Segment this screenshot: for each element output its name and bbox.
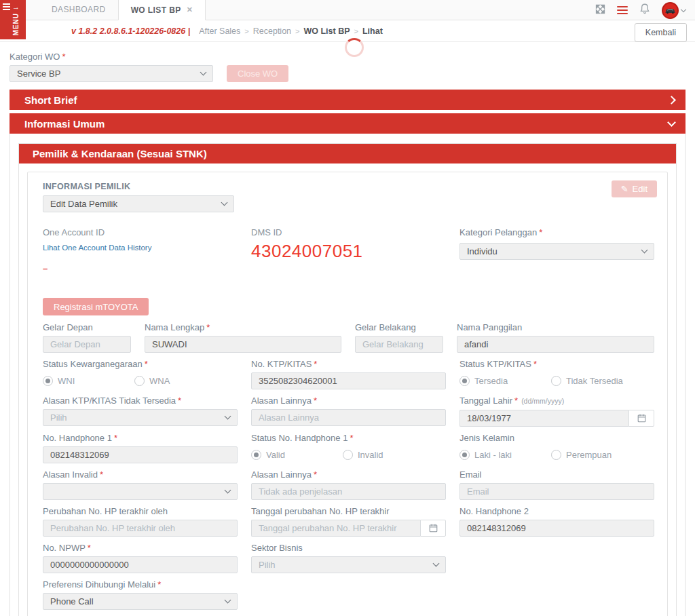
pemilik-kendaraan-section: Pemilik & Kendaraan (Sesuai STNK) INFORM… — [18, 143, 677, 616]
no-ktp-input[interactable] — [251, 372, 446, 389]
tanggal-perubahan-hp-input[interactable] — [251, 520, 420, 537]
field-no-handphone-2: No. Handphone 2 — [459, 506, 654, 537]
email-input[interactable] — [459, 483, 654, 500]
gelar-depan-input[interactable] — [43, 336, 131, 353]
chevron-down-icon — [225, 597, 231, 604]
loading-spinner — [345, 38, 364, 57]
no-npwp-input[interactable] — [43, 556, 238, 573]
field-sektor-bisnis: Sektor Bisnis Pilih — [251, 543, 446, 573]
arrow-right-icon: → — [12, 3, 20, 10]
field-status-kewarganegaraan: Status Kewarganegaraan* WNI WNA — [43, 359, 238, 389]
radio-invalid[interactable]: Invalid — [343, 450, 404, 460]
chevron-down-icon — [225, 487, 231, 494]
informasi-pemilik-title: INFORMASI PEMILIK — [43, 182, 654, 191]
radio-valid[interactable]: Valid — [251, 450, 312, 460]
chevron-down-icon — [641, 247, 648, 254]
field-alasan-lainnya-ktp: Alasan Lainnya* — [251, 396, 446, 427]
informasi-pemilik-card: INFORMASI PEMILIK ✎ Edit Edit Data Pemil… — [27, 172, 668, 616]
breadcrumb-item[interactable]: After Sales — [199, 26, 240, 36]
radio-laki-laki[interactable]: Laki - laki — [459, 450, 521, 460]
chevron-down-icon — [681, 6, 686, 12]
calendar-icon[interactable] — [420, 520, 446, 537]
gelar-belakang-input[interactable] — [355, 336, 443, 353]
breadcrumb-bar: v 1.8.2 2.0.8.6.1-120226-0826 | After Sa… — [0, 20, 695, 42]
informasi-umum-panel: Pemilik & Kendaraan (Sesuai STNK) INFORM… — [10, 134, 685, 616]
one-account-id-block: One Account ID Lihat One Account Data Hi… — [43, 227, 238, 292]
field-tanggal-perubahan-hp: Tanggal perubahan No. HP terakhir — [251, 506, 446, 537]
notifications-bell-icon[interactable] — [639, 3, 651, 18]
one-account-history-link[interactable]: Lihat One Account Data History — [43, 244, 151, 252]
radio-tersedia[interactable]: Tersedia — [459, 376, 521, 386]
chevron-down-icon — [667, 118, 676, 127]
breadcrumb-separator: > — [354, 27, 358, 35]
no-handphone-2-input[interactable] — [459, 520, 654, 537]
expand-icon[interactable] — [595, 3, 606, 18]
pencil-icon: ✎ — [621, 184, 628, 194]
alasan-ktp-select[interactable]: Pilih — [43, 409, 238, 426]
field-tanggal-lahir: Tanggal Lahir*(dd/mm/yyyy) — [459, 396, 654, 427]
field-nama-lengkap: Nama Lengkap* — [145, 322, 341, 353]
field-perubahan-hp-oleh: Perubahan No. HP terakhir oleh — [43, 506, 238, 537]
preferensi-select[interactable]: Phone Call — [43, 593, 238, 610]
field-preferensi: Preferensi Dihubungi Melalui* Phone Call — [43, 579, 238, 610]
kategori-wo-select[interactable]: Service BP — [10, 65, 213, 82]
alasan-invalid-select[interactable] — [43, 483, 238, 500]
no-handphone-1-input[interactable] — [43, 446, 238, 463]
field-no-ktp: No. KTP/KITAS* — [251, 359, 446, 389]
breadcrumb-item[interactable]: WO List BP — [303, 26, 350, 36]
dms-id-label: DMS ID — [251, 227, 446, 237]
nama-panggilan-input[interactable] — [457, 336, 654, 353]
menu-toggle-icon[interactable] — [617, 4, 628, 16]
kategori-pelanggan-select[interactable]: Individu — [459, 243, 654, 260]
radio-tidak-tersedia[interactable]: Tidak Tersedia — [551, 376, 623, 386]
field-gelar-depan: Gelar Depan — [43, 322, 131, 353]
perubahan-hp-oleh-input[interactable] — [43, 520, 238, 537]
registrasi-mtoyota-button[interactable]: Registrasi mTOYOTA — [43, 298, 149, 315]
radio-wni[interactable]: WNI — [43, 376, 104, 386]
app-version: v 1.8.2 2.0.8.6.1-120226-0826 | — [71, 26, 190, 36]
menu-label: MENU — [12, 13, 20, 35]
breadcrumb-separator: > — [244, 27, 248, 35]
dms-id-block: DMS ID 43024007051 — [251, 227, 446, 292]
radio-perempuan[interactable]: Perempuan — [551, 450, 612, 460]
section-short-brief[interactable]: Short Brief — [10, 90, 685, 110]
pemilik-kendaraan-header: Pemilik & Kendaraan (Sesuai STNK) — [19, 144, 676, 163]
dms-id-value: 43024007051 — [251, 241, 446, 262]
kategori-pelanggan-field: Kategori Pelanggan* Individu — [459, 227, 654, 292]
field-no-handphone-1: No. Handphone 1* — [43, 433, 238, 463]
tab-dashboard[interactable]: DASHBOARD — [39, 0, 118, 20]
edit-button[interactable]: ✎ Edit — [612, 180, 657, 197]
top-tab-bar: → MENU DASHBOARD WO LIST BP ✕ — [0, 0, 695, 20]
field-jenis-kelamin: Jenis Kelamin Laki - laki Perempuan — [459, 433, 654, 463]
breadcrumb-item[interactable]: Reception — [253, 26, 291, 36]
nama-lengkap-input[interactable] — [145, 336, 341, 353]
field-no-npwp: No. NPWP* — [43, 543, 238, 573]
chevron-right-icon — [667, 96, 676, 104]
chevron-down-icon — [221, 199, 228, 206]
section-informasi-umum[interactable]: Informasi Umum — [10, 113, 685, 134]
field-alasan-ktp: Alasan KTP/KITAS Tidak Tersedia* Pilih — [43, 396, 238, 427]
radio-wna[interactable]: WNA — [134, 376, 195, 386]
kembali-button[interactable]: Kembali — [635, 23, 687, 42]
alasan-lainnya-ktp-input[interactable] — [251, 409, 446, 426]
field-status-ktp: Status KTP/KITAS* Tersedia Tidak Tersedi… — [459, 359, 654, 389]
tanggal-lahir-input[interactable] — [459, 410, 628, 427]
edit-data-pemilik-select[interactable]: Edit Data Pemilik — [43, 195, 234, 212]
alasan-lainnya-hp-input[interactable] — [251, 483, 446, 500]
breadcrumb-item-current: Lihat — [362, 26, 383, 36]
chevron-down-icon — [200, 69, 207, 76]
sektor-bisnis-select[interactable]: Pilih — [251, 556, 446, 573]
field-gelar-belakang: Gelar Belakang — [355, 322, 443, 353]
user-menu[interactable] — [662, 2, 685, 19]
calendar-icon[interactable] — [628, 410, 654, 427]
field-alasan-invalid: Alasan Invalid* — [43, 469, 238, 500]
one-account-id-label: One Account ID — [43, 227, 238, 237]
field-nama-panggilan: Nama Panggilan — [457, 322, 654, 353]
close-wo-button[interactable]: Close WO — [227, 65, 288, 82]
field-email: Email — [459, 469, 654, 500]
menu-button[interactable]: → MENU — [0, 0, 26, 39]
field-alasan-lainnya-hp: Alasan Lainnya* — [251, 469, 446, 500]
tab-close-icon[interactable]: ✕ — [187, 5, 193, 14]
avatar — [662, 2, 679, 19]
tab-wo-list-bp[interactable]: WO LIST BP ✕ — [118, 0, 206, 20]
